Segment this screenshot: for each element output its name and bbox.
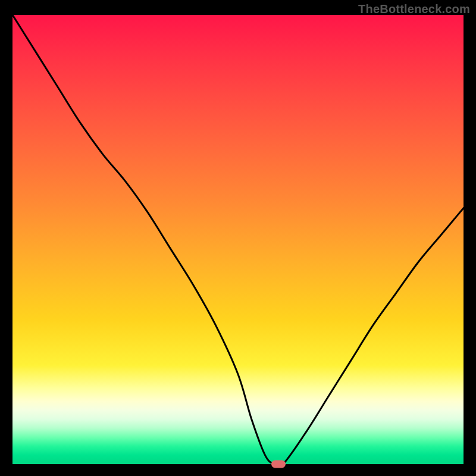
watermark-text: TheBottleneck.com xyxy=(358,2,470,16)
background-gradient xyxy=(12,15,464,464)
chart-stage: TheBottleneck.com xyxy=(0,0,476,476)
plot-area xyxy=(12,15,464,464)
optimum-marker xyxy=(271,461,286,468)
